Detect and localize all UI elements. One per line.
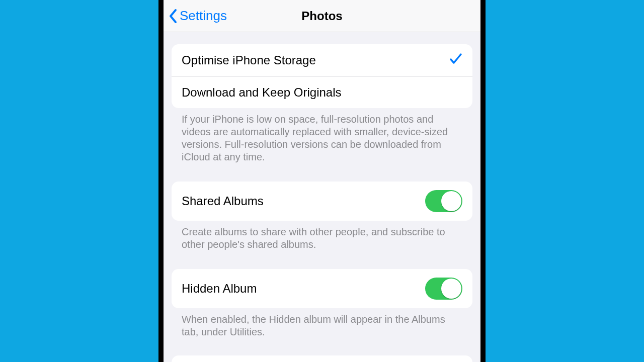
hidden-album-row[interactable]: Hidden Album xyxy=(172,269,472,308)
mobile-data-group: Mobile Data xyxy=(172,355,472,362)
mobile-data-row[interactable]: Mobile Data xyxy=(172,355,472,362)
storage-options-group: Optimise iPhone Storage Download and Kee… xyxy=(172,44,472,108)
device-frame: Settings Photos Optimise iPhone Storage … xyxy=(158,0,486,362)
storage-footer-text: If your iPhone is low on space, full-res… xyxy=(172,108,472,163)
shared-albums-toggle[interactable] xyxy=(425,190,462,212)
hidden-album-group: Hidden Album xyxy=(172,269,472,308)
chevron-left-icon xyxy=(169,9,178,24)
download-originals-label: Download and Keep Originals xyxy=(182,85,342,100)
toggle-knob xyxy=(441,279,461,299)
back-button[interactable]: Settings xyxy=(169,8,227,24)
download-originals-row[interactable]: Download and Keep Originals xyxy=(172,76,472,108)
shared-albums-row[interactable]: Shared Albums xyxy=(172,182,472,221)
hidden-album-toggle[interactable] xyxy=(425,278,462,300)
shared-albums-footer-text: Create albums to share with other people… xyxy=(172,221,472,251)
shared-albums-group: Shared Albums xyxy=(172,182,472,221)
back-label: Settings xyxy=(180,8,227,24)
shared-albums-label: Shared Albums xyxy=(182,194,264,208)
toggle-knob xyxy=(441,191,461,211)
hidden-album-label: Hidden Album xyxy=(182,282,257,296)
content: Optimise iPhone Storage Download and Kee… xyxy=(164,32,480,362)
optimise-storage-row[interactable]: Optimise iPhone Storage xyxy=(172,44,472,76)
navigation-bar: Settings Photos xyxy=(164,0,480,32)
optimise-storage-label: Optimise iPhone Storage xyxy=(182,53,316,67)
hidden-album-footer-text: When enabled, the Hidden album will appe… xyxy=(172,308,472,338)
checkmark-icon xyxy=(449,53,462,68)
screen: Settings Photos Optimise iPhone Storage … xyxy=(164,0,480,362)
